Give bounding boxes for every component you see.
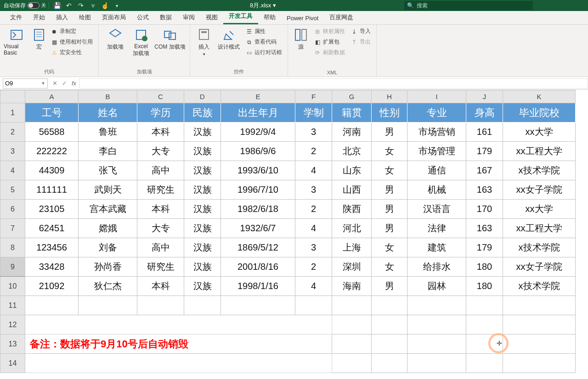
undo-icon[interactable]: ↶ <box>64 0 74 11</box>
data-cell[interactable]: 上海 <box>332 238 372 257</box>
empty-cell[interactable] <box>332 296 372 315</box>
header-cell[interactable]: 毕业院校 <box>503 103 576 123</box>
xml-source-button[interactable]: 源 <box>292 26 310 51</box>
col-header-B[interactable]: B <box>79 90 137 103</box>
tab-视图[interactable]: 视图 <box>200 11 223 24</box>
col-header-D[interactable]: D <box>184 90 221 103</box>
data-cell[interactable]: 市场营销 <box>407 123 466 142</box>
data-cell[interactable]: 180 <box>466 257 503 277</box>
data-cell[interactable]: 44309 <box>25 161 79 180</box>
data-cell[interactable]: xx工程大学 <box>503 219 576 238</box>
data-cell[interactable]: 汉族 <box>184 142 221 161</box>
properties-button[interactable]: ☰属性 <box>243 27 284 36</box>
data-cell[interactable]: 2001/8/16 <box>221 257 295 277</box>
data-cell[interactable]: 女 <box>372 161 407 180</box>
row-header-1[interactable]: 1 <box>0 103 25 123</box>
tab-公式[interactable]: 公式 <box>131 11 154 24</box>
empty-cell[interactable] <box>25 315 332 334</box>
confirm-formula-icon[interactable]: ✓ <box>62 80 67 87</box>
empty-cell[interactable] <box>466 334 503 354</box>
data-cell[interactable]: 4 <box>295 161 332 180</box>
empty-cell[interactable] <box>25 296 79 315</box>
empty-cell[interactable] <box>332 354 372 373</box>
row-header-13[interactable]: 13 <box>0 334 25 354</box>
data-cell[interactable]: 高中 <box>137 238 184 257</box>
header-cell[interactable]: 性别 <box>372 103 407 123</box>
data-cell[interactable]: xx大学 <box>503 200 576 219</box>
data-cell[interactable]: 163 <box>466 219 503 238</box>
empty-cell[interactable] <box>503 334 576 354</box>
tab-绘图[interactable]: 绘图 <box>74 11 96 24</box>
data-cell[interactable]: 孙尚香 <box>79 257 137 277</box>
data-cell[interactable]: 大专 <box>137 142 184 161</box>
formula-input[interactable] <box>79 78 588 89</box>
tab-数据[interactable]: 数据 <box>154 11 177 24</box>
header-cell[interactable]: 出生年月 <box>221 103 295 123</box>
redo-icon[interactable]: ↷ <box>76 0 86 11</box>
empty-cell[interactable] <box>372 334 407 354</box>
data-cell[interactable]: 汉语言 <box>407 200 466 219</box>
data-cell[interactable]: 180 <box>466 277 503 296</box>
empty-cell[interactable] <box>503 315 576 334</box>
addins-button[interactable]: 加载项 <box>102 26 128 51</box>
tab-帮助[interactable]: 帮助 <box>258 11 281 24</box>
data-cell[interactable]: 女 <box>372 257 407 277</box>
data-cell[interactable]: 23105 <box>25 200 79 219</box>
data-cell[interactable]: 男 <box>372 277 407 296</box>
visual-basic-button[interactable]: Visual Basic <box>4 26 29 56</box>
data-cell[interactable]: 河南 <box>332 123 372 142</box>
save-icon[interactable]: 💾 <box>52 0 62 11</box>
col-header-J[interactable]: J <box>466 90 503 103</box>
data-cell[interactable]: 通信 <box>407 161 466 180</box>
data-cell[interactable]: 嫦娥 <box>79 219 137 238</box>
col-header-H[interactable]: H <box>372 90 407 103</box>
header-cell[interactable]: 民族 <box>184 103 221 123</box>
data-cell[interactable]: 汉族 <box>184 161 221 180</box>
data-cell[interactable]: 陕西 <box>332 200 372 219</box>
data-cell[interactable]: 21092 <box>25 277 79 296</box>
data-cell[interactable]: xx女子学院 <box>503 180 576 200</box>
data-cell[interactable]: 刘备 <box>79 238 137 257</box>
data-cell[interactable]: 本科 <box>137 277 184 296</box>
autosave-toggle[interactable] <box>28 2 40 9</box>
data-cell[interactable]: 1986/9/6 <box>221 142 295 161</box>
header-cell[interactable]: 姓名 <box>79 103 137 123</box>
data-cell[interactable]: 3 <box>295 238 332 257</box>
data-cell[interactable]: 机械 <box>407 180 466 200</box>
data-cell[interactable]: 河北 <box>332 219 372 238</box>
select-all-corner[interactable] <box>0 90 25 103</box>
empty-cell[interactable] <box>407 354 466 373</box>
filter-icon[interactable]: ▿ <box>88 0 98 11</box>
data-cell[interactable]: 1992/9/4 <box>221 123 295 142</box>
empty-cell[interactable] <box>221 296 295 315</box>
data-cell[interactable]: 222222 <box>25 142 79 161</box>
search-input[interactable]: 🔍 搜索 <box>404 1 533 10</box>
data-cell[interactable]: 167 <box>466 161 503 180</box>
data-cell[interactable]: 山西 <box>332 180 372 200</box>
relative-ref-button[interactable]: ▦使用相对引用 <box>49 37 95 47</box>
data-cell[interactable]: 男 <box>372 219 407 238</box>
tab-审阅[interactable]: 审阅 <box>177 11 200 24</box>
data-cell[interactable]: 女 <box>372 238 407 257</box>
data-cell[interactable]: 张飞 <box>79 161 137 180</box>
data-cell[interactable]: 山东 <box>332 161 372 180</box>
data-cell[interactable]: 研究生 <box>137 257 184 277</box>
extension-pack-button[interactable]: ◧扩展包 <box>312 37 347 47</box>
data-cell[interactable]: 宫本武藏 <box>79 200 137 219</box>
data-cell[interactable]: 市场管理 <box>407 142 466 161</box>
sheet-grid[interactable]: ABCDEFGHIJK1工号姓名学历民族出生年月学制籍贯性别专业身高毕业院校25… <box>0 90 576 373</box>
empty-cell[interactable] <box>466 354 503 373</box>
col-header-E[interactable]: E <box>221 90 295 103</box>
col-header-A[interactable]: A <box>25 90 79 103</box>
data-cell[interactable]: 2 <box>295 142 332 161</box>
data-cell[interactable]: 1869/5/12 <box>221 238 295 257</box>
row-header-3[interactable]: 3 <box>0 142 25 161</box>
empty-cell[interactable] <box>466 315 503 334</box>
data-cell[interactable]: 高中 <box>137 161 184 180</box>
data-cell[interactable]: xx女子学院 <box>503 257 576 277</box>
data-cell[interactable]: 给排水 <box>407 257 466 277</box>
data-cell[interactable]: 4 <box>295 219 332 238</box>
data-cell[interactable]: 170 <box>466 200 503 219</box>
data-cell[interactable]: 汉族 <box>184 123 221 142</box>
empty-cell[interactable] <box>372 354 407 373</box>
